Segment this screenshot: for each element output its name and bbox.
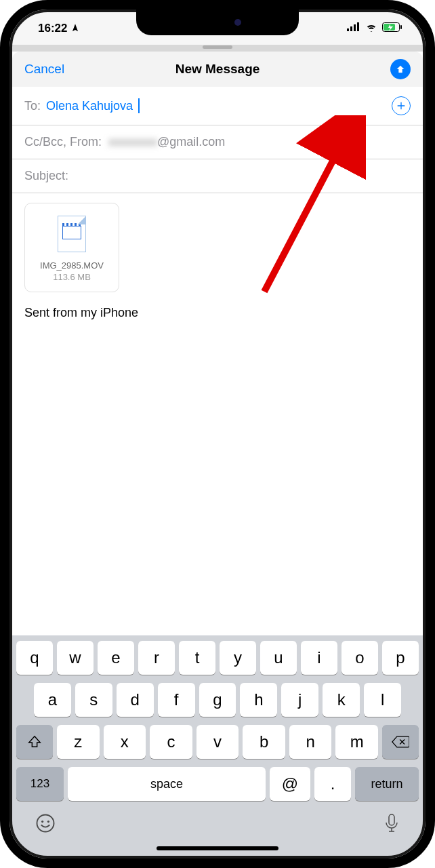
video-file-icon <box>58 216 86 252</box>
ccbcc-from-label: Cc/Bcc, From: <box>24 135 102 149</box>
svg-point-9 <box>47 821 49 823</box>
key-w[interactable]: w <box>57 641 94 675</box>
key-x[interactable]: x <box>104 725 146 759</box>
shift-key[interactable] <box>16 725 53 759</box>
home-indicator[interactable] <box>157 846 278 850</box>
microphone-icon <box>384 813 400 833</box>
key-k[interactable]: k <box>323 683 360 717</box>
svg-rect-10 <box>389 814 394 825</box>
to-label: To: <box>24 99 41 113</box>
send-button[interactable] <box>390 59 411 79</box>
svg-point-7 <box>37 815 54 832</box>
shift-icon <box>27 734 42 749</box>
cellular-icon <box>347 22 360 35</box>
recipient-chip[interactable]: Olena Kahujova <box>45 99 134 113</box>
key-c[interactable]: c <box>150 725 192 759</box>
space-key[interactable]: space <box>68 767 266 801</box>
subject-label: Subject: <box>24 169 68 183</box>
return-key[interactable]: return <box>355 767 419 801</box>
key-j[interactable]: j <box>281 683 318 717</box>
sheet-grabber[interactable] <box>203 45 232 49</box>
svg-point-8 <box>41 821 43 823</box>
key-v[interactable]: v <box>196 725 239 759</box>
svg-rect-1 <box>350 26 352 31</box>
key-b[interactable]: b <box>243 725 285 759</box>
emoji-icon <box>35 813 56 833</box>
key-l[interactable]: l <box>364 683 401 717</box>
backspace-key[interactable] <box>382 725 419 759</box>
plus-icon <box>396 100 407 111</box>
status-time: 16:22 <box>38 22 80 35</box>
key-p[interactable]: p <box>382 641 419 675</box>
key-t[interactable]: t <box>179 641 215 675</box>
key-r[interactable]: r <box>138 641 175 675</box>
svg-rect-3 <box>357 22 359 31</box>
key-d[interactable]: d <box>117 683 154 717</box>
key-i[interactable]: i <box>301 641 337 675</box>
compose-body[interactable]: IMG_2985.MOV 113.6 MB Sent from my iPhon… <box>12 193 423 635</box>
add-contact-button[interactable] <box>392 96 411 115</box>
key-h[interactable]: h <box>240 683 277 717</box>
key-a[interactable]: a <box>34 683 71 717</box>
wifi-icon <box>365 22 378 35</box>
key-y[interactable]: y <box>220 641 256 675</box>
key-g[interactable]: g <box>199 683 236 717</box>
backspace-icon <box>392 735 409 749</box>
sheet-backdrop <box>12 45 423 52</box>
svg-rect-6 <box>400 25 402 29</box>
emoji-key[interactable] <box>35 813 56 835</box>
key-u[interactable]: u <box>260 641 297 675</box>
key-f[interactable]: f <box>158 683 195 717</box>
from-domain: @gmail.com <box>157 135 225 149</box>
signature-text: Sent from my iPhone <box>24 306 411 320</box>
period-key[interactable]: . <box>314 767 351 801</box>
key-m[interactable]: m <box>335 725 378 759</box>
from-redacted: xxxxxxxx <box>108 135 157 149</box>
svg-rect-2 <box>354 24 356 31</box>
subject-row[interactable]: Subject: <box>12 159 423 193</box>
numeric-key[interactable]: 123 <box>16 767 64 801</box>
key-n[interactable]: n <box>289 725 332 759</box>
attachment-filename: IMG_2985.MOV <box>30 260 113 271</box>
nav-title: New Message <box>175 62 260 77</box>
ccbcc-from-row[interactable]: Cc/Bcc, From: xxxxxxxx@gmail.com <box>12 125 423 159</box>
key-z[interactable]: z <box>57 725 100 759</box>
key-e[interactable]: e <box>98 641 134 675</box>
text-cursor <box>138 98 140 113</box>
keyboard: qwertyuiop asdfghjkl zxcvbnm 123 space @… <box>12 635 423 856</box>
battery-icon <box>382 22 402 35</box>
key-s[interactable]: s <box>75 683 112 717</box>
dictation-key[interactable] <box>384 813 400 835</box>
svg-rect-0 <box>347 28 349 31</box>
key-q[interactable]: q <box>16 641 53 675</box>
arrow-up-icon <box>395 64 406 75</box>
compose-nav: Cancel New Message <box>12 52 423 87</box>
cancel-button[interactable]: Cancel <box>24 62 64 77</box>
attachment-card[interactable]: IMG_2985.MOV 113.6 MB <box>24 203 119 292</box>
at-key[interactable]: @ <box>270 767 310 801</box>
to-field-row[interactable]: To: Olena Kahujova <box>12 87 423 125</box>
key-o[interactable]: o <box>341 641 378 675</box>
attachment-size: 113.6 MB <box>30 272 113 282</box>
